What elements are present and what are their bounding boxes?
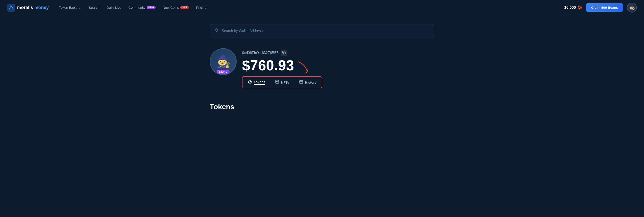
nav-links: Token Explorer Search Daily Live Communi… — [56, 4, 562, 11]
beans-number: 16,000 — [564, 5, 576, 10]
nfts-icon — [275, 80, 279, 85]
tokens-icon — [248, 80, 252, 85]
search-input[interactable] — [222, 29, 430, 33]
portfolio-value: $760.93 — [242, 58, 294, 73]
community-new-badge: NEW — [147, 6, 156, 9]
red-arrow-icon — [296, 60, 314, 75]
beans-count: 16,000 🫘 — [564, 5, 582, 10]
arrow-indicator — [296, 60, 314, 76]
tab-history[interactable]: History — [294, 78, 321, 87]
copy-icon — [282, 51, 286, 54]
wallet-address: 0xd06Ffc9...63276BE8 — [242, 51, 279, 55]
nav-daily-live-label: Daily Live — [107, 5, 121, 9]
nav-new-coins[interactable]: New Coins LIVE — [160, 4, 192, 11]
profile-info: 0xd06Ffc9...63276BE8 $760.93 — [242, 48, 322, 95]
tab-nfts-label: NFTs — [281, 80, 289, 84]
nav-daily-live[interactable]: Daily Live — [104, 4, 124, 11]
profile-avatar-image: 🧙 — [216, 55, 230, 69]
tabs-section: Tokens NFTs — [242, 76, 322, 88]
tab-nfts[interactable]: NFTs — [270, 78, 294, 87]
tokens-heading: Tokens — [210, 103, 434, 111]
new-coins-live-badge: LIVE — [180, 6, 189, 9]
nav-search-label: Search — [89, 5, 100, 9]
tab-tokens[interactable]: Tokens — [244, 78, 270, 87]
copy-address-button[interactable] — [281, 50, 287, 56]
nav-pricing-label: Pricing — [196, 5, 206, 9]
svg-rect-2 — [284, 52, 286, 54]
moralis-logo-icon — [7, 3, 15, 12]
profile-section: 🧙 Level 2 0xd06Ffc9...63276BE8 $760.93 — [210, 48, 434, 95]
nav-search[interactable]: Search — [86, 4, 102, 11]
history-icon — [299, 80, 303, 85]
nav-token-explorer-label: Token Explorer — [59, 5, 82, 9]
main-content: 🧙 Level 2 0xd06Ffc9...63276BE8 $760.93 — [165, 15, 479, 120]
svg-point-5 — [276, 81, 277, 82]
nav-token-explorer[interactable]: Token Explorer — [56, 4, 85, 11]
logo-text: moralis money — [17, 5, 49, 10]
nav-new-coins-label: New Coins — [163, 5, 179, 9]
tabs-bar: Tokens NFTs — [242, 76, 322, 88]
navbar: moralis money Token Explorer Search Dail… — [0, 0, 644, 15]
user-avatar[interactable]: 🧙 — [627, 3, 637, 12]
claim-beans-button[interactable]: Claim 500 Beans — [586, 3, 623, 12]
nav-right: 16,000 🫘 Claim 500 Beans 🧙 — [564, 3, 637, 12]
search-container — [210, 24, 434, 37]
nav-pricing[interactable]: Pricing — [193, 4, 210, 11]
level-badge: Level 2 — [217, 70, 230, 74]
nav-community-label: Community — [128, 5, 146, 9]
tab-history-label: History — [305, 80, 316, 84]
search-icon — [214, 28, 219, 34]
bean-icon: 🫘 — [577, 5, 582, 10]
nav-community[interactable]: Community NEW — [125, 4, 159, 11]
profile-avatar-wrapper: 🧙 Level 2 — [210, 48, 237, 75]
svg-rect-0 — [7, 3, 15, 12]
wallet-address-row: 0xd06Ffc9...63276BE8 — [242, 50, 322, 56]
logo[interactable]: moralis money — [7, 3, 49, 12]
search-bar[interactable] — [210, 24, 434, 37]
tab-tokens-label: Tokens — [254, 80, 265, 85]
avatar-icon: 🧙 — [629, 5, 635, 10]
svg-rect-6 — [300, 80, 303, 83]
